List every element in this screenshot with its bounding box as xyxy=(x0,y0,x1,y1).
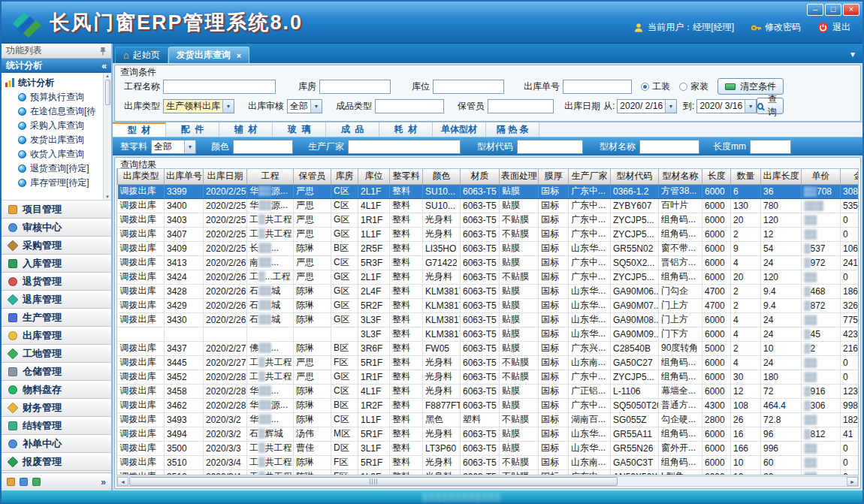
tree-item[interactable]: 库存管理[待定] xyxy=(5,176,102,190)
table-row[interactable]: 调拨出库34032020/2/25工▒共工程严思G区1R1F整料光身料6063-… xyxy=(118,213,859,227)
table-row[interactable]: 调拨出库34522020/2/28工▒共工程严思G区1R1F整料光身料6063-… xyxy=(118,370,859,384)
sidebar-item[interactable]: 出库管理 xyxy=(2,327,111,345)
keeper-input[interactable] xyxy=(488,99,554,113)
close-button[interactable]: × xyxy=(843,4,859,16)
column-header[interactable]: 膜厚 xyxy=(539,169,569,184)
sidebar-item[interactable]: 工地管理 xyxy=(2,345,111,363)
change-password-link[interactable]: 修改密码 xyxy=(751,21,801,34)
date-to-picker[interactable]: 2020/ 3/16▼ xyxy=(696,99,757,113)
tab-close-icon[interactable]: × xyxy=(237,51,241,60)
column-header[interactable]: 库房 xyxy=(331,169,358,184)
maximize-button[interactable]: □ xyxy=(825,4,841,16)
scroll-left-icon[interactable]: ◄ xyxy=(117,477,128,486)
tree-root-node[interactable]: 统计分析 xyxy=(5,75,102,90)
scrollbar-thumb[interactable] xyxy=(129,477,618,486)
sidebar-item[interactable]: 结转管理 xyxy=(2,417,111,435)
column-header[interactable]: 生产厂家 xyxy=(569,169,611,184)
sidebar-item[interactable]: 生产管理 xyxy=(2,309,111,327)
column-header[interactable]: 型材代码 xyxy=(611,169,659,184)
material-tab[interactable]: 耗 材 xyxy=(379,122,433,137)
sidebar-item[interactable]: 报废管理 xyxy=(2,453,111,471)
product-type-input[interactable] xyxy=(375,99,444,113)
material-tab[interactable]: 成 品 xyxy=(326,122,379,137)
tree-item[interactable]: 退货查询[待定] xyxy=(5,161,102,176)
column-header[interactable]: 长度 xyxy=(702,169,731,184)
pin-icon[interactable] xyxy=(99,47,107,56)
radio-industrial[interactable]: 工装 xyxy=(641,80,670,93)
column-header[interactable]: 表面处理 xyxy=(500,169,539,184)
tab-shipping-outbound-query[interactable]: 发货出库查询 × xyxy=(168,47,249,63)
table-row[interactable]: 调拨出库34242020/2/26工▒...工程严思G区2L1F整料光身料606… xyxy=(118,270,859,284)
material-tab[interactable]: 配 件 xyxy=(166,122,219,137)
scroll-up-icon[interactable]: ▲ xyxy=(105,74,110,78)
material-tab[interactable]: 型 材 xyxy=(113,122,166,137)
column-header[interactable]: 单价 xyxy=(802,169,841,184)
material-tab[interactable]: 单体型材 xyxy=(433,122,486,137)
table-row[interactable]: 调拨出库34452020/2/27工▒共工程严思F区5R1F整料光身料6063-… xyxy=(118,355,859,370)
sidebar-item[interactable]: 退货管理 xyxy=(2,273,111,291)
sidebar-item[interactable]: 项目管理 xyxy=(2,201,111,219)
minimize-button[interactable]: – xyxy=(807,4,823,16)
search-button[interactable]: 查 询 xyxy=(757,98,784,114)
tree-item[interactable]: 收货入库查询 xyxy=(5,147,102,161)
tree-item[interactable]: 预算执行查询 xyxy=(5,90,102,104)
column-header[interactable]: 出库日期 xyxy=(204,169,247,184)
column-header[interactable]: 整零料 xyxy=(390,169,423,184)
table-row[interactable]: 调拨出库34002020/2/25华▒▒源...严思C区4L1F整料SU10..… xyxy=(118,198,859,213)
column-header[interactable]: 出库长度 xyxy=(761,169,802,184)
table-row[interactable]: 调拨出库34072020/2/25工▒共工程严思G区1L1F整料光身料6063-… xyxy=(118,227,859,241)
table-row[interactable]: 调拨出库35002020/3/3工▒共工程曹佳D区3L1F整料LT3P60606… xyxy=(118,441,859,455)
table-row[interactable]: 调拨出库34132020/2/26南▒▒...严思C区5R3F整料G714226… xyxy=(118,255,859,270)
sidebar-group-header[interactable]: 统计分析 « xyxy=(2,59,111,73)
profile-code-input[interactable] xyxy=(517,140,583,154)
footer-tools-icon[interactable] xyxy=(32,478,41,486)
clear-conditions-button[interactable]: 清空条件 xyxy=(717,78,784,95)
horizontal-scrollbar[interactable]: ◄ ► xyxy=(116,476,859,487)
sidebar-item[interactable]: 审核中心 xyxy=(2,219,111,237)
tree-item[interactable]: 采购入库查询 xyxy=(5,119,102,133)
column-header[interactable]: 出库类型 xyxy=(118,169,165,184)
whole-part-select[interactable]: 全部▼ xyxy=(151,140,196,154)
date-from-picker[interactable]: 2020/ 2/16▼ xyxy=(617,99,677,113)
sidebar-item[interactable]: 仓储管理 xyxy=(2,363,111,381)
sidebar-item[interactable]: 财务管理 xyxy=(2,399,111,417)
table-row[interactable]: 调拨出库35122020/3/4工▒共工程陈琳F区1L2F整料光身料6063-T… xyxy=(118,469,859,475)
scroll-down-icon[interactable]: ▼ xyxy=(105,195,110,199)
sidebar-item[interactable]: 物料盘存 xyxy=(2,381,111,399)
column-header[interactable]: 数量 xyxy=(731,169,761,184)
logout-button[interactable]: 退出 xyxy=(817,21,850,34)
scrollbar-thumb[interactable] xyxy=(105,80,110,105)
outbound-type-select[interactable]: 生产领料出库▼ xyxy=(163,99,234,113)
table-row[interactable]: 调拨出库34622020/2/28华▒▒源...陈琳B区1R2F整料F8877F… xyxy=(118,398,859,412)
table-row[interactable]: 调拨出库35102020/3/4工▒共工程陈琳F区5R1F整料光身料6063-T… xyxy=(118,455,859,469)
scrollbar-track[interactable] xyxy=(128,477,847,486)
column-header[interactable]: 库位 xyxy=(358,169,390,184)
sidebar-item[interactable]: 退库管理 xyxy=(2,291,111,309)
profile-name-input[interactable] xyxy=(639,140,699,154)
radio-home[interactable]: 家装 xyxy=(679,80,708,93)
column-header[interactable]: 型材名称 xyxy=(659,169,702,184)
material-tab[interactable]: 辅 材 xyxy=(219,122,273,137)
column-header[interactable]: 颜色 xyxy=(423,169,461,184)
column-header[interactable]: 出库单号 xyxy=(165,169,204,184)
manufacturer-input[interactable] xyxy=(348,140,461,154)
audit-select[interactable]: 全部▼ xyxy=(287,99,322,113)
tab-start-page[interactable]: ⌂ 起始页 xyxy=(115,47,168,63)
table-row[interactable]: 调拨出库34372020/2/27佛▒▒...陈琳B区3R6F整料FW05606… xyxy=(118,341,859,355)
tree-item[interactable]: 在途信息查询[待 xyxy=(5,104,102,119)
table-row[interactable]: 调拨出库34302020/2/26石▒▒城陈琳G区3L3F整料KLM381760… xyxy=(118,312,859,327)
table-row[interactable]: 调拨出库34942020/3/2石▒辉城汤伟M区5R1F整料光身料6063-T5… xyxy=(118,427,859,441)
footer-folder-icon[interactable] xyxy=(7,478,15,486)
material-tab[interactable]: 玻 璃 xyxy=(273,122,326,137)
footer-chevron-icon[interactable]: » xyxy=(101,477,106,487)
sidebar-item[interactable]: 采购管理 xyxy=(2,237,111,255)
tree-scrollbar[interactable]: ▲ ▼ xyxy=(103,73,111,200)
order-no-input[interactable] xyxy=(563,80,632,94)
column-header[interactable]: 材质 xyxy=(461,169,500,184)
warehouse-input[interactable] xyxy=(319,80,391,94)
scroll-right-icon[interactable]: ► xyxy=(847,477,858,486)
table-row[interactable]: 调拨出库34282020/2/26石▒▒城陈琳G区2L4F整料KLM381760… xyxy=(118,284,859,298)
table-row[interactable]: 调拨出库34092020/2/25长▒▒...陈琳B区2R5F整料LI35HO6… xyxy=(118,241,859,255)
column-header[interactable]: 保管员 xyxy=(294,169,331,184)
sidebar-item[interactable]: 入库管理 xyxy=(2,255,111,273)
